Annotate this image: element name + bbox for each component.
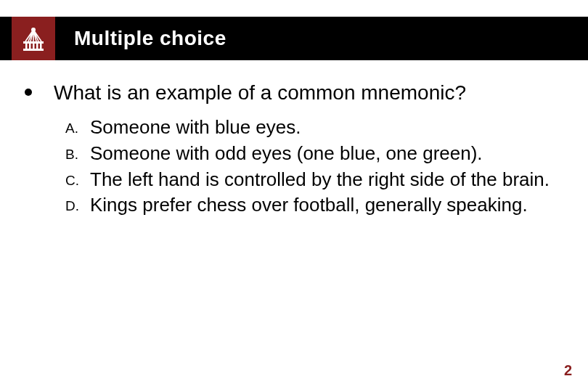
- options-list: A. Someone with blue eyes. B. Someone wi…: [65, 115, 559, 218]
- svg-rect-5: [36, 44, 38, 49]
- question-text: What is an example of a common mnemonic?: [54, 80, 466, 105]
- university-logo-icon: [16, 20, 51, 57]
- svg-rect-4: [33, 44, 35, 49]
- option-c: C. The left hand is controlled by the ri…: [65, 168, 559, 192]
- option-a: A. Someone with blue eyes.: [65, 115, 559, 140]
- option-letter: D.: [65, 193, 90, 214]
- svg-rect-1: [23, 41, 44, 44]
- header-bar: Multiple choice: [0, 17, 588, 60]
- option-d: D. Kings prefer chess over football, gen…: [65, 193, 559, 218]
- slide-title: Multiple choice: [74, 27, 226, 50]
- option-letter: A.: [65, 115, 90, 136]
- content-area: What is an example of a common mnemonic?…: [25, 80, 559, 219]
- bullet-icon: [25, 89, 32, 96]
- svg-rect-2: [25, 44, 28, 49]
- logo-box: [12, 17, 55, 60]
- option-text: Kings prefer chess over football, genera…: [90, 193, 528, 218]
- option-letter: B.: [65, 142, 90, 163]
- option-b: B. Someone with odd eyes (one blue, one …: [65, 142, 559, 166]
- option-text: Someone with blue eyes.: [90, 115, 301, 140]
- option-text: The left hand is controlled by the right…: [90, 168, 550, 192]
- svg-rect-6: [40, 44, 42, 49]
- svg-rect-7: [23, 49, 44, 51]
- slide: Multiple choice What is an example of a …: [0, 0, 588, 392]
- page-number: 2: [564, 362, 572, 379]
- option-text: Someone with odd eyes (one blue, one gre…: [90, 142, 483, 166]
- question-row: What is an example of a common mnemonic?: [25, 80, 559, 105]
- svg-rect-3: [29, 44, 31, 49]
- option-letter: C.: [65, 168, 90, 189]
